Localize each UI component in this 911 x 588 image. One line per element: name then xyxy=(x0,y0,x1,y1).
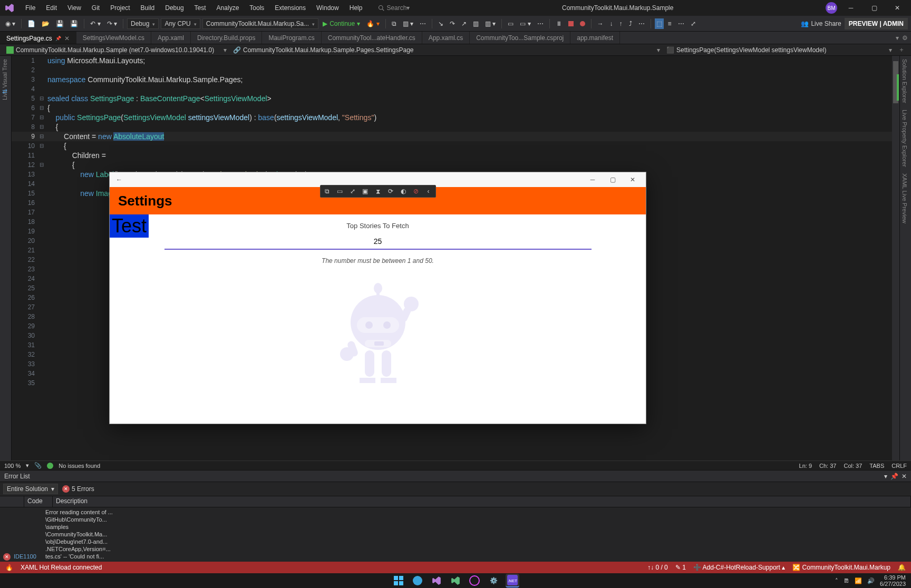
zoom-level[interactable]: 100 % xyxy=(4,463,21,469)
menu-edit[interactable]: Edit xyxy=(41,2,62,14)
dbg-tool-4[interactable]: ▣ xyxy=(361,187,370,196)
liveshare-button[interactable]: 👥 Live Share xyxy=(801,20,841,27)
stop-icon[interactable] xyxy=(566,20,576,27)
menu-test[interactable]: Test xyxy=(189,2,211,14)
indent-mode[interactable]: TABS xyxy=(869,463,884,469)
live-visual-tree-tab[interactable]: Live Visual Tree xyxy=(0,56,9,103)
menu-git[interactable]: Git xyxy=(86,2,105,14)
close-tab-icon[interactable]: ✕ xyxy=(64,35,70,42)
solution-explorer-tab[interactable]: Solution Explorer xyxy=(900,56,909,106)
live-property-explorer-tab[interactable]: Live Property Explorer xyxy=(900,106,909,170)
restart-icon[interactable] xyxy=(578,20,587,27)
error-row[interactable]: .NETCoreApp,Version=... xyxy=(3,545,908,553)
doc-tab[interactable]: app.manifest xyxy=(570,32,620,44)
new-item-icon[interactable]: 📄 xyxy=(25,19,37,28)
editor-scrollbar[interactable] xyxy=(892,56,899,460)
error-scope-combo[interactable]: Entire Solution ▾ xyxy=(3,484,58,494)
feature-branch[interactable]: ➕ Add-C#-HotReload-Support ▴ xyxy=(693,564,785,571)
notifications-icon[interactable]: 🔔 xyxy=(898,564,906,571)
pin-icon[interactable]: 📌 xyxy=(55,36,61,41)
updown-counter[interactable]: ↑↓ 0 / 0 xyxy=(647,564,668,571)
doc-tab[interactable]: App.xaml xyxy=(151,32,191,44)
tray-volume-icon[interactable]: 🔊 xyxy=(867,577,875,584)
search-box[interactable]: Search ▾ xyxy=(378,4,410,12)
tb-icon-8[interactable]: ⋯ xyxy=(535,19,546,28)
menu-extensions[interactable]: Extensions xyxy=(269,2,311,14)
tb-icon-5[interactable]: ▥ ▾ xyxy=(483,19,498,28)
config-combo[interactable]: Debug xyxy=(127,18,159,29)
nav-add-icon[interactable]: ＋ xyxy=(895,45,908,54)
edits-counter[interactable]: ✎ 1 xyxy=(675,564,686,571)
col-indicator[interactable]: Col: 37 xyxy=(844,463,862,469)
step-icon-b[interactable]: ↑ xyxy=(617,19,625,28)
eol-mode[interactable]: CRLF xyxy=(891,463,907,469)
doc-tab[interactable]: SettingsPage.cs 📌 ✕ xyxy=(0,32,76,44)
menu-debug[interactable]: Debug xyxy=(160,2,189,14)
tb-icon-11[interactable]: ≡ xyxy=(666,19,674,28)
tb-icon-9[interactable]: ⋯ xyxy=(636,19,647,28)
tray-chevron-icon[interactable]: ˄ xyxy=(835,577,838,584)
tb-icon-3[interactable]: ⋯ xyxy=(418,19,428,28)
menu-analyze[interactable]: Analyze xyxy=(211,2,245,14)
error-row[interactable]: \CommunityToolkit.Ma... xyxy=(3,531,908,538)
nav-member[interactable]: ⬛ SettingsPage(SettingsViewModel setting… xyxy=(663,46,895,54)
app-back-button[interactable]: ← xyxy=(113,176,125,183)
doc-tab[interactable]: Directory.Build.props xyxy=(191,32,262,44)
show-next-statement-icon[interactable]: → xyxy=(595,19,606,28)
platform-combo[interactable]: Any CPU xyxy=(161,18,200,29)
menu-file[interactable]: File xyxy=(20,2,41,14)
tray-clock[interactable]: 6:39 PM 6/27/2023 xyxy=(880,574,906,587)
doc-tab[interactable]: CommunityTool...ateHandler.cs xyxy=(322,32,422,44)
col-severity[interactable] xyxy=(0,496,24,507)
panel-dropdown-icon[interactable]: ▾ xyxy=(884,473,887,480)
start-icon[interactable] xyxy=(392,574,405,587)
open-icon[interactable]: 📂 xyxy=(40,19,52,28)
error-row[interactable]: \samples xyxy=(3,523,908,531)
minimize-button[interactable]: ─ xyxy=(841,0,860,16)
step-into-icon[interactable]: ↘ xyxy=(436,19,445,28)
tb-icon-10[interactable]: ⬚ xyxy=(655,18,664,29)
ch-indicator[interactable]: Ch: 37 xyxy=(819,463,836,469)
app-close-button[interactable]: ✕ xyxy=(623,172,643,187)
error-row[interactable]: ✕IDE1100tes.cs' -- 'Could not fi... xyxy=(3,553,908,561)
dbg-tool-1[interactable]: ⧉ xyxy=(323,187,332,196)
nav-project[interactable]: CommunityToolkit.Maui.Markup.Sample (net… xyxy=(3,46,230,54)
menu-project[interactable]: Project xyxy=(105,2,135,14)
vs-preview-icon[interactable] xyxy=(449,574,462,587)
col-description[interactable]: Description xyxy=(53,496,911,507)
doc-tab[interactable]: MauiProgram.cs xyxy=(262,32,321,44)
menu-help[interactable]: Help xyxy=(344,2,368,14)
step-icon-a[interactable]: ↓ xyxy=(608,19,615,28)
tb-icon-1[interactable]: ⧉ xyxy=(390,19,399,28)
tb-icon-12[interactable]: ⋯ xyxy=(676,19,686,28)
doc-tab[interactable]: App.xaml.cs xyxy=(422,32,470,44)
tb-icon-13[interactable]: ⤢ xyxy=(689,19,698,28)
doc-tab[interactable]: SettingsViewModel.cs xyxy=(76,32,151,44)
tb-icon-2[interactable]: ▥ ▾ xyxy=(401,19,415,28)
tabs-settings-icon[interactable]: ⚙ xyxy=(902,34,908,42)
col-code[interactable]: Code xyxy=(24,496,53,507)
app-icon-1[interactable] xyxy=(468,574,481,587)
pause-icon[interactable]: ⏸ xyxy=(554,19,564,28)
dbg-tool-collapse[interactable]: ‹ xyxy=(424,187,433,196)
step-icon-c[interactable]: ⤴ xyxy=(627,19,634,28)
step-over-icon[interactable]: ↷ xyxy=(448,19,457,28)
repo-name[interactable]: 🔀 CommunityToolkit.Maui.Markup xyxy=(792,564,890,571)
startup-combo[interactable]: CommunityToolkit.Maui.Markup.Sa... xyxy=(202,18,318,29)
panel-pin-icon[interactable]: 📌 xyxy=(890,473,898,480)
nav-type[interactable]: 🔗 CommunityToolkit.Maui.Markup.Sample.Pa… xyxy=(230,46,663,54)
dbg-tool-5[interactable]: ⧗ xyxy=(373,187,383,196)
tb-icon-4[interactable]: ▥ xyxy=(471,19,481,28)
panel-close-icon[interactable]: ✕ xyxy=(902,473,907,480)
tray-lang-icon[interactable]: 🖹 xyxy=(844,577,849,584)
menu-build[interactable]: Build xyxy=(135,2,160,14)
vs-icon[interactable] xyxy=(430,574,443,587)
error-row[interactable]: Error reading content of ... xyxy=(3,508,908,516)
xaml-live-preview-tab[interactable]: XAML Live Preview xyxy=(900,170,909,227)
doc-tab[interactable]: CommunityToo...Sample.csproj xyxy=(470,32,570,44)
tb-icon-6[interactable]: ▭ xyxy=(506,19,516,28)
redo-icon[interactable]: ↷ ▾ xyxy=(105,19,119,28)
tabs-overflow-icon[interactable]: ▾ xyxy=(896,34,899,42)
top-stories-input[interactable] xyxy=(164,234,592,250)
app-minimize-button[interactable]: ─ xyxy=(583,172,603,187)
